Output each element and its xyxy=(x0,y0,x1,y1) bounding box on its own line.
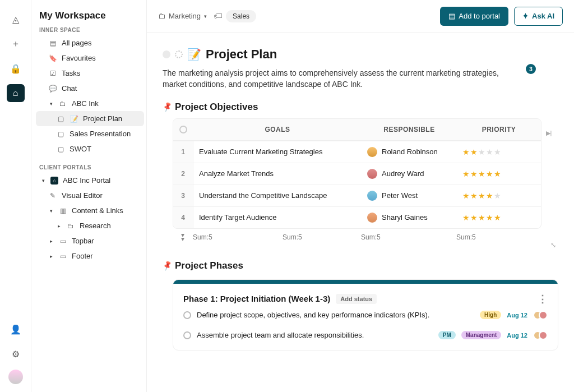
sidebar-item-all-pages[interactable]: ▤ All pages xyxy=(36,35,144,50)
page-description: The marketing analysis project aims to c… xyxy=(163,67,521,90)
task-checkbox[interactable] xyxy=(183,311,191,319)
tag-pill[interactable]: PM xyxy=(438,331,456,339)
sidebar-item-chat[interactable]: 💬 Chat xyxy=(36,81,144,96)
table-row[interactable]: 2Analyze Market TrendsAudrey Ward★★★★★ xyxy=(173,163,541,185)
sum-2: Sum:5 xyxy=(283,233,361,241)
cell-priority[interactable]: ★★★★★ xyxy=(457,206,541,228)
column-priority[interactable]: PRIORITY xyxy=(457,119,541,141)
add-to-portal-button[interactable]: ▤ Add to portal xyxy=(440,7,508,26)
sidebar-item-label: Visual Editor xyxy=(62,191,103,200)
sidebar-item-favourites[interactable]: 🔖 Favourites xyxy=(36,50,144,66)
chevron-down-icon: ▾ xyxy=(48,208,54,214)
assignee-avatars[interactable] xyxy=(533,331,548,340)
user-settings-icon[interactable]: 👤 xyxy=(7,320,25,338)
more-icon[interactable]: ⋮ xyxy=(538,293,548,305)
section-inner-space: INNER SPACE xyxy=(36,27,144,35)
column-responsible[interactable]: RESPONSIBLE xyxy=(362,119,457,141)
sidebar-item-topbar[interactable]: ▸ ▭ Topbar xyxy=(36,233,144,248)
section-phases-heading: 📌 Project Phases xyxy=(163,260,558,271)
cell-goal[interactable]: Evaluate Current Marketing Strategies xyxy=(193,141,362,163)
chevron-right-icon: ▸ xyxy=(48,253,54,259)
note-icon: 📝 xyxy=(187,48,201,61)
sidebar-item-label: SWOT xyxy=(70,145,91,153)
task-item[interactable]: Assemble project team and allocate respo… xyxy=(183,325,548,345)
gear-icon[interactable]: ⚙ xyxy=(7,345,25,363)
logo-icon[interactable]: ◬ xyxy=(7,10,25,28)
portal-icon: ⌂ xyxy=(50,177,58,185)
task-date[interactable]: Aug 12 xyxy=(507,332,527,339)
phase-progress-bar xyxy=(173,280,558,284)
breadcrumb[interactable]: 🗀 Marketing ▾ xyxy=(158,12,207,20)
cell-goal[interactable]: Identify Target Audience xyxy=(193,206,362,228)
portal-icon: ▤ xyxy=(448,12,455,20)
avatar xyxy=(367,169,377,179)
home-icon[interactable]: ⌂ xyxy=(7,84,25,102)
cell-responsible[interactable]: Audrey Ward xyxy=(362,163,457,185)
sidebar-item-swot[interactable]: ▢ SWOT xyxy=(36,141,144,156)
chevron-down-icon: ▾ xyxy=(48,101,54,107)
table-row[interactable]: 3Understand the Competitive LandscapePet… xyxy=(173,185,541,206)
cell-priority[interactable]: ★★★★★ xyxy=(457,185,541,206)
expand-columns-icon[interactable]: ▶| xyxy=(546,130,552,136)
profile-avatar[interactable] xyxy=(8,370,23,384)
collapse-icon[interactable]: ▾▾ xyxy=(181,233,184,241)
task-date[interactable]: Aug 12 xyxy=(507,312,527,319)
cell-responsible[interactable]: Peter West xyxy=(362,185,457,206)
sparkle-icon: ✦ xyxy=(522,12,529,20)
avatar xyxy=(367,191,377,201)
tag-pill[interactable]: Managment xyxy=(461,331,502,339)
page-title: Project Plan xyxy=(206,47,277,62)
cell-priority[interactable]: ★★★★★ xyxy=(457,163,541,185)
select-all-checkbox[interactable] xyxy=(173,119,193,141)
app-rail: ◬ ＋ 🔒 ⌂ 👤 ⚙ xyxy=(0,0,31,392)
lock-icon[interactable]: 🔒 xyxy=(7,59,25,77)
sidebar-item-footer[interactable]: ▸ ▭ Footer xyxy=(36,248,144,264)
chat-icon: 💬 xyxy=(48,85,57,93)
table-row[interactable]: 4Identify Target AudienceSharyl Gaines★★… xyxy=(173,206,541,228)
cell-responsible[interactable]: Roland Robinson xyxy=(362,141,457,163)
sidebar-item-tasks[interactable]: ☑ Tasks xyxy=(36,66,144,81)
sidebar-item-label: Research xyxy=(80,222,111,230)
cell-goal[interactable]: Analyze Market Trends xyxy=(193,163,362,185)
task-checkbox[interactable] xyxy=(183,331,191,339)
row-number: 4 xyxy=(173,206,193,228)
cell-responsible[interactable]: Sharyl Gaines xyxy=(362,206,457,228)
sidebar-item-visual-editor[interactable]: ✎ Visual Editor xyxy=(36,188,144,203)
layout-icon: ▭ xyxy=(58,237,67,245)
column-goals[interactable]: GOALS xyxy=(193,119,362,141)
assignee-avatars[interactable] xyxy=(533,311,548,320)
sidebar-item-label: Tasks xyxy=(62,69,80,77)
chevron-down-icon: ▾ xyxy=(204,13,207,19)
tag-sales[interactable]: Sales xyxy=(226,10,256,22)
add-status-button[interactable]: Add status xyxy=(336,294,377,304)
breadcrumb-label: Marketing xyxy=(169,12,201,20)
sidebar-item-content-links[interactable]: ▾ ▥ Content & Links xyxy=(36,203,144,218)
sidebar-item-label: ABC Inc Portal xyxy=(63,176,110,185)
resize-handle-icon[interactable]: ⤡ xyxy=(173,241,558,249)
add-icon[interactable]: ＋ xyxy=(7,35,25,53)
task-item[interactable]: Define project scope, objectives, and ke… xyxy=(183,305,548,325)
cell-goal[interactable]: Understand the Competitive Landscape xyxy=(193,185,362,206)
emoji-picker[interactable] xyxy=(175,50,183,58)
ask-ai-button[interactable]: ✦ Ask AI xyxy=(514,7,563,26)
sidebar-item-abc-ink[interactable]: ▾ 🗀 ABC Ink xyxy=(36,96,144,111)
sum-goals: Sum:5 xyxy=(193,233,283,241)
page-icon: ▢ xyxy=(56,130,65,138)
comment-count-badge[interactable]: 3 xyxy=(526,64,536,74)
table-row[interactable]: 1Evaluate Current Marketing StrategiesRo… xyxy=(173,141,541,163)
pin-icon: 📌 xyxy=(161,260,173,271)
sidebar-item-research[interactable]: ▸ 🗀 Research xyxy=(36,218,144,233)
sidebar: My Workspace INNER SPACE ▤ All pages 🔖 F… xyxy=(31,0,146,392)
tag-pill[interactable]: High xyxy=(480,311,501,319)
sidebar-item-sales-presentation[interactable]: ▢ Sales Presentation xyxy=(36,126,144,141)
sidebar-item-label: Footer xyxy=(72,252,93,260)
tag-icon: 🏷 xyxy=(214,11,223,21)
sidebar-item-label: All pages xyxy=(62,39,91,47)
status-dot[interactable] xyxy=(163,50,170,58)
folder-icon: 🗀 xyxy=(158,12,165,20)
sidebar-item-abc-portal[interactable]: ▾ ⌂ ABC Inc Portal xyxy=(36,173,144,188)
sidebar-item-project-plan[interactable]: ▢ 📝 Project Plan xyxy=(36,111,144,126)
cell-priority[interactable]: ★★★★★ xyxy=(457,141,541,163)
avatar xyxy=(367,213,377,223)
task-text: Define project scope, objectives, and ke… xyxy=(197,311,474,319)
